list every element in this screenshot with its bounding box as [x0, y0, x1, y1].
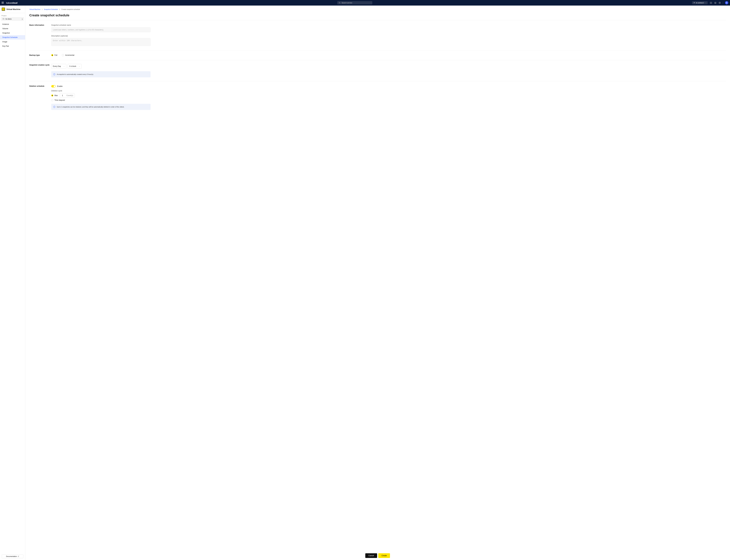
footer-actions: Cancel Create — [25, 551, 730, 560]
help-icon — [719, 2, 721, 4]
brand-suffix: cloud — [12, 2, 18, 4]
sidebar-title: Virtual Machine — [6, 8, 20, 10]
doc-label: Documentation — [6, 555, 17, 557]
sidebar-item-snapshot-schedule[interactable]: Snapshot Schedule — [0, 35, 25, 40]
avatar[interactable]: S — [725, 1, 728, 4]
sidebar-item-instance[interactable]: Instance — [0, 22, 25, 26]
deletion-cycle-label: Deletion cycle — [51, 90, 151, 92]
radio-time-elapsed-label: Time elapsed — [54, 99, 65, 101]
info-icon: i — [53, 73, 55, 75]
cancel-button[interactable]: Cancel — [365, 553, 377, 558]
location-icon — [693, 2, 695, 4]
svg-point-0 — [339, 2, 340, 3]
schedule-name-input[interactable] — [51, 27, 151, 32]
chevron-down-icon: ⌄ — [79, 66, 80, 67]
radio-dot-icon — [62, 54, 64, 56]
deletion-toggle-row: Enable — [51, 85, 151, 87]
deletion-info-box: i Up to 1 snapshots can be retained, and… — [51, 104, 151, 110]
section-body-backup: Full Incremental — [51, 54, 151, 56]
svg-line-1 — [340, 3, 340, 3]
section-cycle: Snapshot creation cycle Every Day⌄ 0 o'c… — [29, 60, 726, 81]
sidebar-item-keypair[interactable]: Key Pair — [0, 44, 25, 48]
panel-icon[interactable] — [710, 2, 712, 4]
cycle-selects: Every Day⌄ 0 o'clock⌄ — [51, 64, 151, 69]
backup-type-radios: Full Incremental — [51, 54, 151, 56]
crumb-sep: ❯ — [59, 9, 60, 10]
chevron-down-icon: ⌄ — [64, 66, 65, 67]
description-input[interactable] — [51, 38, 151, 46]
sidebar-item-snapshot[interactable]: Snapshot — [0, 31, 25, 35]
section-backup: Backup type Full Incremental — [29, 50, 726, 60]
project-selector[interactable]: kc-docs ❯ — [1, 17, 24, 21]
brand-logo[interactable]: kakaocloud — [6, 2, 17, 4]
help-icon-btn[interactable] — [718, 2, 721, 4]
brand-prefix: kakao — [6, 2, 12, 4]
radio-incremental[interactable]: Incremental — [62, 54, 74, 56]
topbar-left: kakaocloud — [2, 2, 17, 4]
section-deletion: Deletion schedule Enable Deletion cycle … — [29, 81, 726, 114]
sidebar-item-image[interactable]: Image — [0, 40, 25, 44]
deletion-max-row: Max Count(s) — [51, 93, 151, 98]
billing-icon[interactable] — [714, 2, 716, 4]
apps-menu-icon[interactable] — [2, 2, 4, 4]
sidebar-header: Virtual Machine — [0, 6, 25, 13]
sidebar-item-volume[interactable]: Volume — [0, 26, 25, 31]
layout: Virtual Machine Project kc-docs ❯ Instan… — [0, 6, 730, 560]
frequency-select[interactable]: Every Day⌄ — [51, 64, 66, 69]
deletion-cycle-block: Deletion cycle Max Count(s) Time elapsed — [51, 90, 151, 101]
section-body-basic: Snapshot schedule name Description (opti… — [51, 24, 151, 46]
radio-max[interactable]: Max — [51, 94, 58, 96]
download-icon — [714, 2, 716, 4]
radio-full[interactable]: Full — [51, 54, 57, 56]
count-unit: Count(s) — [65, 93, 75, 98]
breadcrumb: Virtual Machine ❯ Snapshot Schedule ❯ Cr… — [29, 8, 726, 10]
main-content: Virtual Machine ❯ Snapshot Schedule ❯ Cr… — [25, 6, 730, 560]
project-section-label: Project — [0, 13, 25, 17]
deletion-enable-toggle[interactable] — [51, 85, 56, 87]
radio-dot-icon — [51, 99, 53, 101]
section-label-cycle: Snapshot creation cycle — [29, 64, 51, 77]
section-label-backup: Backup type — [29, 54, 51, 56]
page-title: Create snapshot schedule — [29, 13, 726, 20]
svg-point-2 — [694, 2, 694, 3]
cloud-icon — [2, 18, 4, 20]
time-select[interactable]: 0 o'clock⌄ — [68, 64, 81, 69]
project-name: kc-docs — [6, 18, 12, 20]
radio-max-label: Max — [54, 94, 58, 96]
info-icon: i — [53, 106, 55, 108]
topbar-right: kr-central-2 S — [692, 1, 728, 4]
region-selector[interactable]: kr-central-2 — [692, 1, 708, 4]
sidebar-nav: Instance Volume Snapshot Snapshot Schedu… — [0, 22, 25, 48]
count-input[interactable] — [60, 93, 65, 98]
section-body-deletion: Enable Deletion cycle Max Count(s) Time … — [51, 85, 151, 110]
create-button[interactable]: Create — [378, 553, 390, 558]
layout-icon — [710, 2, 712, 4]
vm-service-icon — [2, 8, 5, 11]
desc-field-label: Description (optional) — [51, 35, 151, 37]
radio-time-elapsed[interactable]: Time elapsed — [51, 99, 65, 101]
radio-full-label: Full — [54, 54, 57, 56]
cycle-info-text: A snapshot is automatically created ever… — [57, 73, 94, 75]
name-field-label: Snapshot schedule name — [51, 24, 151, 26]
avatar-initial: S — [726, 2, 727, 4]
radio-incremental-label: Incremental — [65, 54, 74, 56]
sidebar: Virtual Machine Project kc-docs ❯ Instan… — [0, 6, 25, 560]
enable-label: Enable — [57, 85, 62, 87]
search-icon — [339, 2, 340, 4]
radio-dot-icon — [51, 54, 53, 56]
section-label-basic: Basic information — [29, 24, 51, 46]
region-label: kr-central-2 — [696, 2, 704, 4]
search-input[interactable]: Search service — [337, 1, 372, 4]
crumb-snapshot-schedule[interactable]: Snapshot Schedule — [44, 8, 58, 10]
crumb-vm[interactable]: Virtual Machine — [29, 8, 40, 10]
section-body-cycle: Every Day⌄ 0 o'clock⌄ i A snapshot is au… — [51, 64, 151, 77]
cycle-info-box: i A snapshot is automatically created ev… — [51, 71, 151, 77]
count-input-wrap: Count(s) — [60, 93, 75, 98]
documentation-button[interactable]: Documentation — [2, 554, 23, 558]
deletion-time-row: Time elapsed — [51, 99, 151, 101]
search-placeholder: Search service — [342, 2, 352, 4]
crumb-current: Create snapshot schedule — [61, 8, 80, 10]
chevron-right-icon: ❯ — [22, 18, 23, 20]
time-value: 0 o'clock — [69, 65, 76, 67]
chevron-down-icon — [705, 2, 706, 4]
